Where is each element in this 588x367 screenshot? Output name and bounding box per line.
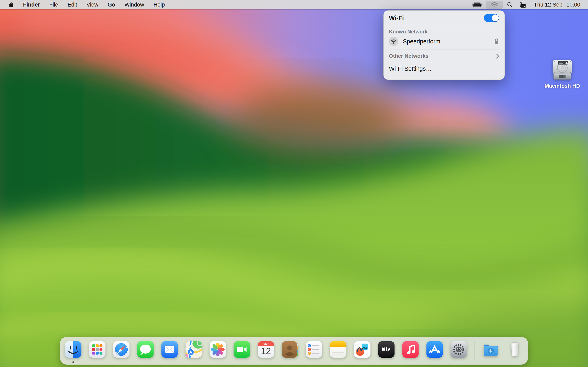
- search-icon[interactable]: [507, 2, 513, 8]
- network-wifi-icon: [389, 37, 398, 46]
- known-network-row[interactable]: Speedperform: [384, 35, 504, 50]
- control-center-icon[interactable]: [520, 2, 527, 8]
- lock-icon: [494, 38, 499, 45]
- battery-icon[interactable]: [472, 2, 483, 7]
- wifi-toggle-knob: [492, 15, 499, 21]
- menu-window[interactable]: Window: [125, 2, 144, 8]
- dock-reminders-icon[interactable]: [305, 341, 323, 359]
- menubar-clock[interactable]: 10.00: [566, 2, 580, 8]
- wifi-toggle[interactable]: [484, 14, 499, 22]
- calendar-month-text: SEP: [263, 342, 268, 345]
- dock-contacts-icon[interactable]: [281, 341, 299, 359]
- finder-running-indicator: [72, 361, 74, 363]
- menu-help[interactable]: Help: [154, 2, 165, 8]
- dock-messages-icon[interactable]: [137, 341, 155, 359]
- dock-app-store-icon[interactable]: [426, 341, 444, 359]
- dock: SEP 12: [60, 337, 528, 365]
- dock-trash-icon[interactable]: [506, 341, 524, 359]
- hard-drive-icon: [550, 59, 574, 81]
- dock-system-settings-icon[interactable]: [450, 341, 468, 359]
- dock-music-icon[interactable]: [402, 341, 420, 359]
- wifi-menu-popup: Wi-Fi Known Network Speedperform Other N…: [383, 10, 505, 80]
- dock-freeform-icon[interactable]: [354, 341, 371, 359]
- menu-go[interactable]: Go: [108, 2, 115, 8]
- dock-finder-icon[interactable]: [64, 341, 82, 359]
- dock-maps-icon[interactable]: [185, 341, 203, 359]
- menu-view[interactable]: View: [86, 2, 98, 8]
- dock-facetime-icon[interactable]: [233, 341, 251, 359]
- chevron-right-icon: [496, 53, 499, 59]
- menubar-app-name[interactable]: Finder: [23, 2, 40, 8]
- dock-notes-icon[interactable]: [329, 341, 347, 359]
- dock-apple-tv-icon[interactable]: tv: [378, 341, 396, 359]
- menu-edit[interactable]: Edit: [68, 2, 77, 8]
- dock-photos-icon[interactable]: [209, 341, 227, 359]
- calendar-day-text: 12: [261, 346, 271, 356]
- wifi-popup-title: Wi-Fi: [389, 15, 404, 21]
- wifi-settings-item[interactable]: Wi-Fi Settings…: [384, 62, 504, 75]
- wifi-menubar-button[interactable]: [486, 1, 503, 9]
- known-network-header: Known Network: [384, 26, 504, 35]
- dock-calendar-icon[interactable]: SEP 12: [257, 341, 275, 359]
- desktop-icon-label: Macintosh HD: [545, 83, 580, 89]
- menu-file[interactable]: File: [49, 2, 58, 8]
- menu-bar: Finder File Edit View Go Window Help: [0, 0, 588, 9]
- apple-logo-icon[interactable]: [9, 2, 14, 8]
- other-networks-label: Other Networks: [389, 53, 429, 59]
- menubar-date[interactable]: Thu 12 Sep: [534, 2, 562, 8]
- network-name: Speedperform: [403, 38, 440, 45]
- dock-mail-icon[interactable]: [161, 341, 179, 359]
- apple-tv-text: tv: [386, 346, 390, 352]
- dock-safari-icon[interactable]: [112, 341, 130, 359]
- macintosh-hd-desktop-icon[interactable]: Macintosh HD: [549, 59, 576, 89]
- other-networks-row[interactable]: Other Networks: [384, 50, 504, 62]
- dock-launchpad-icon[interactable]: [88, 341, 106, 359]
- dock-downloads-icon[interactable]: [482, 341, 500, 359]
